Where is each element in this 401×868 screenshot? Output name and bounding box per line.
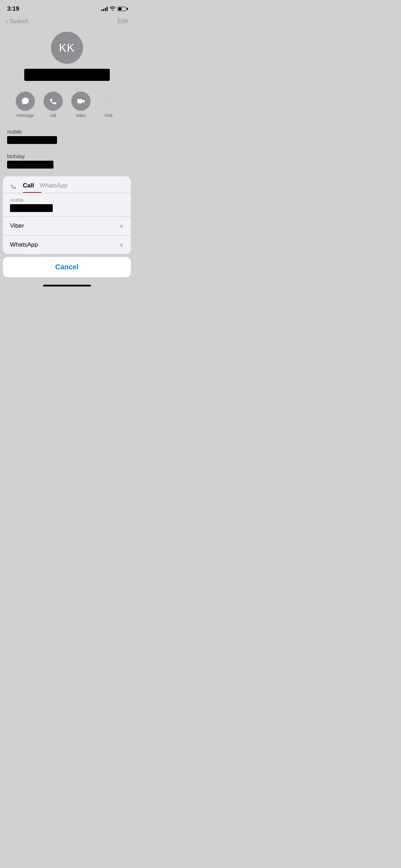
viber-chevron-icon: ∨ [119, 223, 124, 229]
whatsapp-chevron-icon: ∨ [119, 242, 124, 248]
message-icon-circle [16, 92, 35, 111]
mail-label: mail [104, 113, 112, 118]
call-label: call [50, 113, 56, 118]
contact-header: KK [0, 28, 134, 88]
wifi-icon [110, 6, 115, 12]
call-action-sheet: Call WhatsApp mobile Viber ∨ WhatsApp ∨ [3, 176, 131, 254]
tab-whatsapp[interactable]: WhatsApp [40, 182, 67, 192]
back-label: Search [10, 18, 29, 25]
back-arrow-icon: ‹ [6, 17, 8, 25]
cancel-sheet[interactable]: Cancel [3, 257, 131, 277]
contact-name-redacted [24, 69, 110, 81]
viber-row[interactable]: Viber ∨ [3, 217, 131, 236]
whatsapp-label: WhatsApp [10, 241, 38, 248]
video-action[interactable]: video [71, 92, 91, 118]
video-icon-circle [71, 92, 91, 111]
message-label: message [16, 113, 34, 118]
status-bar: 3:19 [0, 0, 134, 16]
birthday-field-label: birthday [7, 154, 127, 159]
sheet-phone-icon [10, 183, 17, 192]
mobile-field-section: mobile [0, 124, 134, 149]
video-label: video [76, 113, 86, 118]
battery-icon [118, 7, 127, 11]
status-time: 3:19 [7, 5, 19, 12]
back-button[interactable]: ‹ Search [6, 17, 29, 25]
home-indicator [43, 285, 91, 286]
signal-bars-icon [101, 7, 108, 11]
sheet-mobile-label: mobile [10, 197, 124, 203]
nav-bar: ‹ Search Edit [0, 16, 134, 28]
action-buttons: message call video mail [0, 88, 134, 124]
mail-action[interactable]: mail [99, 92, 118, 118]
sheet-phone-redacted [10, 204, 53, 212]
call-icon-circle [43, 92, 63, 111]
svg-rect-0 [77, 99, 82, 103]
viber-label: Viber [10, 222, 24, 229]
edit-button[interactable]: Edit [118, 18, 128, 25]
cancel-label[interactable]: Cancel [55, 263, 79, 271]
birthday-field-section: birthday [0, 149, 134, 173]
svg-rect-1 [105, 99, 112, 104]
whatsapp-row[interactable]: WhatsApp ∨ [3, 236, 131, 254]
mail-icon-circle [99, 92, 118, 111]
birthday-field-value-redacted [7, 161, 53, 169]
status-icons [101, 6, 127, 12]
mobile-field-label: mobile [7, 129, 127, 135]
message-action[interactable]: message [16, 92, 35, 118]
avatar-initials: KK [59, 41, 75, 55]
avatar: KK [51, 32, 83, 64]
tab-call[interactable]: Call [23, 182, 34, 192]
call-action[interactable]: call [43, 92, 63, 118]
mobile-field-value-redacted [7, 136, 57, 144]
action-sheet-container: Call WhatsApp mobile Viber ∨ WhatsApp ∨ … [0, 176, 134, 289]
sheet-mobile-row: mobile [3, 193, 131, 217]
sheet-tabs: Call WhatsApp [3, 176, 131, 192]
